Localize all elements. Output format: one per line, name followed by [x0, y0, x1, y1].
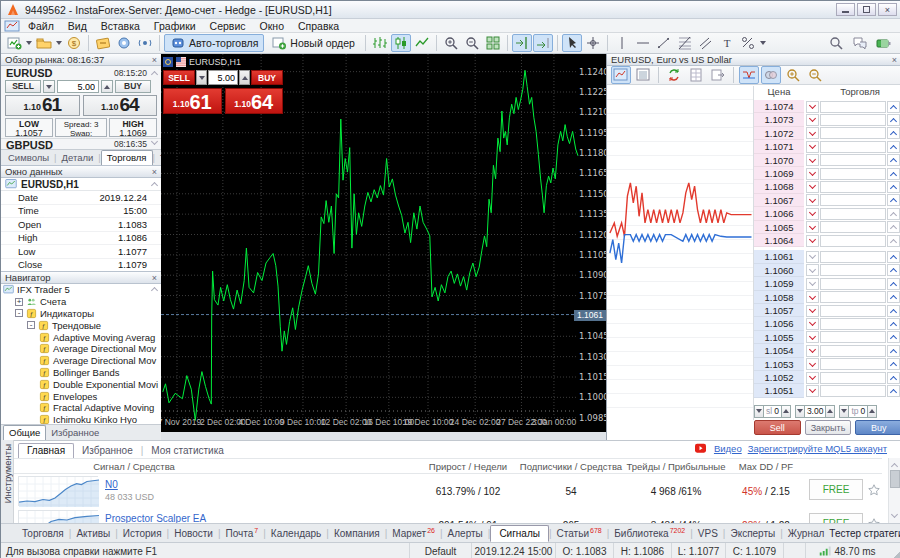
profiles-icon[interactable] [34, 34, 54, 52]
market-watch-icon[interactable] [93, 34, 113, 52]
toolbox-tab-Главная[interactable]: Главная [18, 443, 74, 458]
sell-at-1.1056[interactable] [806, 318, 819, 330]
buy-at-1.1054[interactable] [887, 345, 900, 357]
tree-item-envelopes[interactable]: ƒEnvelopes [1, 390, 161, 402]
buy-at-1.1064[interactable] [887, 235, 900, 247]
status-profile[interactable]: Default [409, 543, 471, 558]
close-icon[interactable]: × [152, 273, 157, 283]
sell-at-1.1060[interactable] [806, 264, 819, 276]
dom-trade-cell[interactable] [820, 264, 886, 276]
autotrade-button[interactable]: Авто-торговля [164, 34, 264, 52]
sell-at-1.1068[interactable] [806, 181, 819, 193]
decrease-button[interactable] [795, 405, 805, 418]
buy-at-1.1069[interactable] [887, 168, 900, 180]
one-click-volume-increase[interactable] [239, 70, 250, 85]
one-click-volume-decrease[interactable] [196, 70, 207, 85]
tree-item-adaptive-moving-averag[interactable]: ƒAdaptive Moving Averag [1, 331, 161, 343]
dom-chart-icon[interactable] [611, 66, 631, 84]
menu-item-Справка[interactable]: Справка [291, 20, 346, 32]
tree-expand-icon[interactable]: - [27, 321, 35, 329]
dom-trade-cell[interactable] [820, 251, 886, 263]
sell-at-1.1069[interactable] [806, 168, 819, 180]
one-click-sell-button[interactable]: SELL [163, 70, 195, 85]
menu-item-Сервис[interactable]: Сервис [203, 20, 253, 32]
line-chart-icon[interactable] [412, 34, 432, 52]
video-link[interactable]: Видео [714, 443, 742, 454]
tree-item-average-directional-mov[interactable]: ƒAverage Directional Mov [1, 343, 161, 355]
hline-icon[interactable] [633, 34, 653, 52]
star-icon[interactable] [866, 516, 882, 523]
tree-item-bollinger-bands[interactable]: ƒBollinger Bands [1, 367, 161, 379]
bottom-tab-Журнал[interactable]: Журнал [783, 526, 830, 541]
toolbox-tab-Избранное[interactable]: Избранное [74, 444, 141, 458]
bottom-tab-Активы[interactable]: Активы [71, 526, 115, 541]
data-window-icon[interactable] [114, 34, 134, 52]
strategy-tester-label[interactable]: Тестер стратегий [829, 528, 900, 539]
dom-zoom-out-icon[interactable] [805, 66, 825, 84]
dom-trade-cell[interactable] [820, 208, 886, 220]
scroll-up-icon[interactable] [152, 284, 161, 295]
bars-icon[interactable] [370, 34, 390, 52]
buy-at-1.1052[interactable] [887, 372, 900, 384]
text-icon[interactable]: T [717, 34, 737, 52]
dom-trade-cell[interactable] [820, 372, 886, 384]
chat-icon[interactable] [850, 34, 870, 52]
dom-export-icon[interactable] [708, 66, 728, 84]
scroll-up-icon[interactable] [150, 68, 159, 77]
candles-icon[interactable] [391, 34, 411, 52]
dom-trade-cell[interactable] [820, 114, 886, 126]
sell-at-1.1066[interactable] [806, 208, 819, 220]
buy-at-1.1051[interactable] [887, 385, 900, 397]
youtube-icon[interactable] [693, 443, 708, 454]
signal-row-prospector-scalper-ea[interactable]: Prospector Scalper EA201.54% / 912653 43… [14, 508, 882, 523]
dom-trade-cell[interactable] [820, 291, 886, 303]
chart-area[interactable]: 1.12401.12251.12101.11951.11801.11651.11… [161, 54, 606, 432]
menu-item-Файл[interactable]: Файл [21, 20, 61, 32]
one-click-bid-box[interactable]: 1.10 61 [163, 88, 222, 114]
buy-at-1.1073[interactable] [887, 114, 900, 126]
buy-at-1.1059[interactable] [887, 278, 900, 290]
buy-at-1.1065[interactable] [887, 221, 900, 233]
dom-book-icon[interactable] [633, 66, 653, 84]
buy-at-1.1066[interactable] [887, 208, 900, 220]
dom-take-profit-value[interactable]: tp0 [849, 405, 867, 418]
decrease-button[interactable] [754, 405, 764, 418]
scroll-up-icon[interactable] [152, 179, 157, 190]
dom-sell-button[interactable]: Sell [754, 420, 801, 435]
bottom-tab-Почта[interactable]: Почта7 [221, 525, 264, 541]
sell-at-1.1057[interactable] [806, 305, 819, 317]
buy-at-1.1056[interactable] [887, 318, 900, 330]
menu-item-Вид[interactable]: Вид [61, 20, 94, 32]
next-symbol[interactable]: GBPUSD [6, 139, 53, 149]
signal-name-link[interactable]: Prospector Scalper EA [105, 513, 206, 523]
bottom-tab-Эксперты[interactable]: Эксперты [725, 526, 780, 541]
star-icon[interactable] [866, 482, 882, 498]
tree-item-ifx-trader-5[interactable]: IFX Trader 5 [1, 284, 161, 296]
bottom-tab-Календарь[interactable]: Календарь [266, 526, 326, 541]
buy-at-1.1067[interactable] [887, 194, 900, 206]
buy-at-1.1058[interactable] [887, 291, 900, 303]
dom-trade-cell[interactable] [820, 168, 886, 180]
fibo-icon[interactable] [675, 34, 695, 52]
new-chart-icon[interactable] [4, 34, 24, 52]
dom-trade-cell[interactable] [820, 318, 886, 330]
sell-button[interactable]: SELL [5, 80, 41, 93]
bottom-tab-Статьи[interactable]: Статьи678 [552, 525, 607, 541]
signals-scrollbar[interactable] [888, 458, 900, 523]
dom-spread-icon[interactable] [739, 66, 759, 84]
volume-increase-button[interactable] [101, 80, 113, 93]
bottom-tab-Сигналы[interactable]: Сигналы [490, 525, 549, 542]
scroll-thumb[interactable] [890, 470, 900, 488]
dom-refresh-icon[interactable] [664, 66, 684, 84]
trendline-icon[interactable] [654, 34, 674, 52]
menu-item-Окно[interactable]: Окно [253, 20, 291, 32]
bottom-tab-Компания[interactable]: Компания [329, 526, 385, 541]
minimize-button[interactable] [836, 3, 855, 16]
tree-expand-icon[interactable]: + [15, 298, 23, 306]
bottom-tab-Библиотека[interactable]: Библиотека7202 [609, 525, 690, 541]
zoom-out-icon[interactable] [462, 34, 482, 52]
dom-zoom-in-icon[interactable] [783, 66, 803, 84]
bottom-tab-Маркет[interactable]: Маркет26 [387, 525, 440, 541]
vline-icon[interactable] [612, 34, 632, 52]
signal-row-n0[interactable]: N048 033 USD613.79% / 102544 968 /61%45%… [14, 474, 882, 508]
